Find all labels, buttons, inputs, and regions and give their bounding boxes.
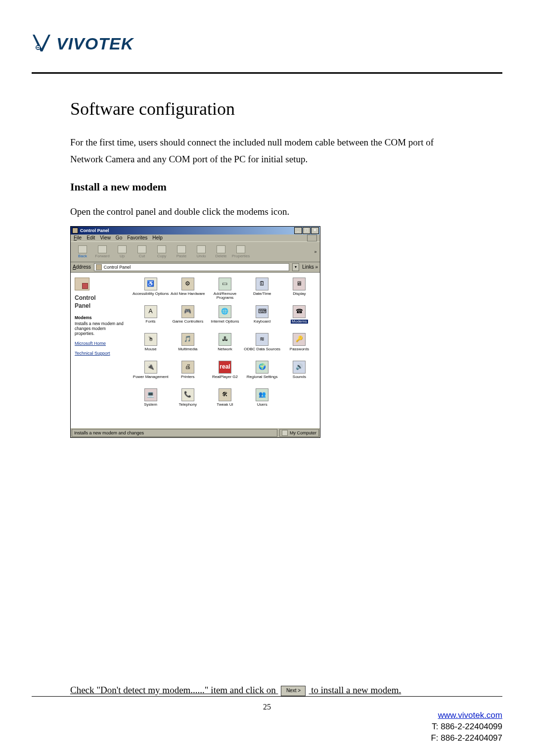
menu-file[interactable]: File <box>74 235 82 240</box>
menu-edit[interactable]: Edit <box>87 235 95 240</box>
status-bar: Installs a new modem and changes My Comp… <box>71 428 320 437</box>
window-titlebar[interactable]: Control Panel _ □ × <box>71 227 320 235</box>
links-label[interactable]: Links » <box>302 264 318 270</box>
cp-item-add-hardware[interactable]: ⚙Add New Hardware <box>169 277 206 304</box>
paste-icon <box>177 245 186 253</box>
left-title-1: Control <box>75 294 126 301</box>
cp-item-tweak-ui[interactable]: 🛠Tweak UI <box>206 387 243 415</box>
my-computer-icon <box>282 430 288 436</box>
cp-item-fonts[interactable]: AFonts <box>132 304 169 332</box>
svg-point-2 <box>37 47 39 48</box>
logo-text: VIVOTEK <box>56 34 134 53</box>
minimize-button[interactable]: _ <box>294 227 302 234</box>
cp-item-modems[interactable]: ☎Modems <box>281 304 318 332</box>
cp-item-odbc[interactable]: ≋ODBC Data Sources <box>244 332 281 360</box>
footer-link[interactable]: www.vivotek.com <box>438 710 502 720</box>
control-panel-window: Control Panel _ □ × File Edit View Go Fa… <box>70 226 320 438</box>
cp-item-internet-options[interactable]: 🌐Internet Options <box>206 304 243 332</box>
keyboard-icon: ⌨ <box>256 305 268 318</box>
cp-item-mouse[interactable]: 🖱Mouse <box>132 332 169 360</box>
multimedia-icon: 🎵 <box>181 333 194 346</box>
step-2-text: Check "Don't detect my modem......" item… <box>70 685 401 696</box>
toolbar-undo[interactable]: Undo <box>191 244 211 260</box>
cp-item-accessibility[interactable]: ♿Accessibility Options <box>132 277 169 304</box>
game-controllers-icon: 🎮 <box>181 305 194 318</box>
left-info-pane: Control Panel Modems Installs a new mode… <box>71 273 130 428</box>
link-microsoft-home[interactable]: Microsoft Home <box>75 341 126 346</box>
telephony-icon: 📞 <box>181 388 194 401</box>
internet-options-icon: 🌐 <box>219 305 231 318</box>
menu-help[interactable]: Help <box>152 235 163 240</box>
brand-logo: VIVOTEK <box>32 33 502 54</box>
users-icon: 👥 <box>256 388 268 401</box>
passwords-icon: 🔑 <box>293 333 306 346</box>
modems-icon: ☎ <box>293 305 306 318</box>
toolbar: Back Forward Up Cut Copy Paste Undo Dele… <box>71 241 320 262</box>
cp-item-multimedia[interactable]: 🎵Multimedia <box>169 332 206 360</box>
cp-item-users[interactable]: 👥Users <box>244 387 281 415</box>
throbber-icon <box>307 235 317 241</box>
next-button[interactable]: Next > <box>281 686 306 696</box>
toolbar-delete[interactable]: Delete <box>211 244 231 260</box>
cp-item-telephony[interactable]: 📞Telephony <box>169 387 206 415</box>
cp-item-date-time[interactable]: 🗓Date/Time <box>244 277 281 304</box>
add-remove-programs-icon: ▭ <box>219 278 231 290</box>
menu-view[interactable]: View <box>100 235 111 240</box>
link-technical-support[interactable]: Technical Support <box>75 351 126 356</box>
power-management-icon: 🔌 <box>144 361 157 374</box>
back-icon <box>78 245 87 253</box>
control-panel-icon-grid: ♿Accessibility Options ⚙Add New Hardware… <box>130 273 320 428</box>
left-description: Modems Installs a new modem and changes … <box>75 315 126 336</box>
cp-item-system[interactable]: 💻System <box>132 387 169 415</box>
cp-item-add-remove-programs[interactable]: ▭Add/Remove Programs <box>206 277 243 304</box>
cp-item-realplayer[interactable]: realRealPlayer G2 <box>206 360 243 387</box>
header-divider <box>32 72 502 74</box>
up-icon <box>118 245 127 253</box>
accessibility-icon: ♿ <box>144 278 157 290</box>
cp-item-keyboard[interactable]: ⌨Keyboard <box>244 304 281 332</box>
sounds-icon: 🔊 <box>293 361 306 374</box>
toolbar-forward[interactable]: Forward <box>92 244 112 260</box>
undo-icon <box>197 245 206 253</box>
menu-favorites[interactable]: Favorites <box>127 235 147 240</box>
section-heading: Install a new modem <box>70 181 464 193</box>
cp-item-display[interactable]: 🖥Display <box>281 277 318 304</box>
toolbar-copy[interactable]: Copy <box>152 244 172 260</box>
regional-settings-icon: 🌍 <box>256 361 268 374</box>
address-label: Address <box>73 264 91 270</box>
cp-item-network[interactable]: 🖧Network <box>206 332 243 360</box>
printers-icon: 🖨 <box>181 361 194 374</box>
cp-item-power-management[interactable]: 🔌Power Management <box>132 360 169 387</box>
cp-item-passwords[interactable]: 🔑Passwords <box>281 332 318 360</box>
copy-icon <box>157 245 166 253</box>
cp-item-game-controllers[interactable]: 🎮Game Controllers <box>169 304 206 332</box>
menu-go[interactable]: Go <box>116 235 122 240</box>
delete-icon <box>217 245 225 253</box>
cp-item-printers[interactable]: 🖨Printers <box>169 360 206 387</box>
toolbar-back[interactable]: Back <box>73 244 92 260</box>
toolbar-properties[interactable]: Properties <box>231 244 251 260</box>
toolbar-overflow-icon[interactable]: » <box>313 249 318 254</box>
address-dropdown[interactable]: ▾ <box>292 263 299 271</box>
tweak-ui-icon: 🛠 <box>219 388 231 401</box>
step-1-text: Open the control panel and double click … <box>70 206 464 217</box>
maximize-button[interactable]: □ <box>303 227 311 234</box>
address-input[interactable]: Control Panel <box>94 263 290 271</box>
realplayer-icon: real <box>219 361 231 374</box>
toolbar-cut[interactable]: Cut <box>132 244 152 260</box>
cp-item-regional-settings[interactable]: 🌍Regional Settings <box>244 360 281 387</box>
properties-icon <box>236 245 245 253</box>
fonts-icon: A <box>144 305 157 318</box>
close-button[interactable]: × <box>311 227 319 234</box>
system-icon: 💻 <box>144 388 157 401</box>
address-icon <box>96 264 102 270</box>
footer-tel: T: 886-2-22404099 <box>432 722 502 731</box>
toolbar-paste[interactable]: Paste <box>172 244 191 260</box>
window-title: Control Panel <box>80 228 109 233</box>
control-panel-title-icon <box>72 228 78 234</box>
date-time-icon: 🗓 <box>256 278 268 290</box>
display-icon: 🖥 <box>293 278 306 290</box>
cp-item-sounds[interactable]: 🔊Sounds <box>281 360 318 387</box>
network-icon: 🖧 <box>219 333 231 346</box>
toolbar-up[interactable]: Up <box>112 244 132 260</box>
